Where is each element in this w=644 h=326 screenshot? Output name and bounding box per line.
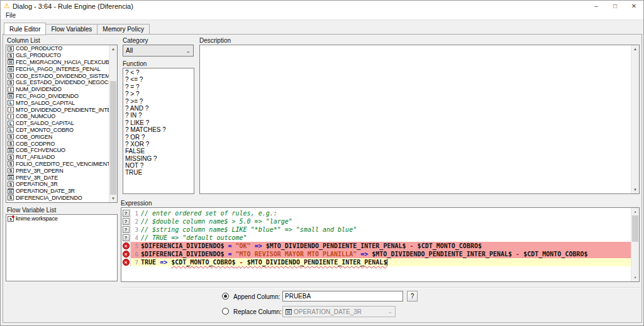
function-list-box[interactable]: ? < ?? <= ?? = ?? > ?? >= ?? AND ?? IN ?… — [123, 68, 194, 194]
column-item[interactable]: INUM_DIVIDENDO — [6, 86, 109, 93]
expression-line[interactable]: ✕7TRUE => $CDT_MONTO_COBRO$ - $MTO_DIVID… — [121, 258, 631, 266]
date-type-icon: 31 — [8, 59, 14, 65]
scroll-thumb[interactable] — [632, 215, 638, 242]
scroll-up-icon[interactable]: ▴ — [631, 208, 639, 215]
scroll-up-icon[interactable]: ▴ — [631, 45, 639, 53]
column-item[interactable]: SGLS_PRODUCTO — [6, 52, 109, 59]
column-item[interactable]: LCDT_SALDO_CAPITAL — [6, 120, 109, 127]
column-item[interactable]: ICOB_NUMCUO — [6, 113, 109, 120]
function-list-rows: ? < ?? <= ?? = ?? > ?? >= ?? AND ?? IN ?… — [123, 69, 194, 177]
column-item[interactable]: LCDT_MONTO_COBRO — [6, 127, 109, 134]
column-item[interactable]: SCOD_ESTADO_DIVIDENDO_SISTEMA — [6, 72, 109, 79]
function-item[interactable]: ? AND ? — [123, 105, 194, 112]
column-name: PREV_3R_DATE — [16, 175, 58, 181]
column-item[interactable]: 31FEC_PAGO_DIVIDENDO — [6, 93, 109, 100]
replace-column-label[interactable]: Replace Column: — [233, 308, 282, 315]
type-icon-I: I — [8, 107, 14, 112]
expression-line[interactable]: ?2// $double column name$ > 5.0 => "larg… — [121, 217, 631, 225]
column-item[interactable]: IMTO_DIVIDENDO_PENDIENTE_INTER_PENAL — [6, 106, 109, 113]
scroll-track[interactable] — [631, 53, 639, 186]
scroll-down-icon[interactable]: ▾ — [631, 274, 639, 281]
column-item[interactable]: 31COB_FCHVENCUO — [6, 147, 109, 154]
tab-memory-policy[interactable]: Memory Policy — [97, 24, 150, 35]
tab-flow-variables[interactable]: Flow Variables — [45, 24, 97, 35]
rule-engine-dialog: ⚠ Dialog - 3:64 - Rule Engine (Diferenci… — [0, 0, 644, 326]
scroll-up-icon[interactable]: ▴ — [109, 45, 117, 53]
rule-text: // TRUE => "default outcome" — [141, 234, 247, 242]
description-scrollbar[interactable]: ▴ ▾ — [631, 45, 639, 193]
rule-help-icon: ? — [123, 210, 130, 217]
column-item[interactable]: 31OPERATION_DATE_3R — [6, 188, 109, 195]
function-item[interactable]: ? >= ? — [123, 98, 194, 105]
column-name: FEC_PAGO_DIVIDENDO — [16, 93, 79, 99]
column-name: OPERATION_3R — [16, 181, 57, 187]
function-item[interactable]: ? > ? — [123, 90, 194, 97]
scroll-track[interactable] — [631, 215, 639, 274]
column-item[interactable]: SRUT_AFILIADO — [6, 154, 109, 161]
tab-bar: Rule EditorFlow VariablesMemory Policy — [4, 23, 150, 35]
type-icon-I: I — [8, 87, 14, 92]
gutter: ✕ — [121, 250, 131, 258]
scroll-thumb[interactable] — [110, 81, 116, 195]
expression-editor[interactable]: ?1// enter ordered set of rules, e.g.:?2… — [121, 207, 640, 282]
column-item[interactable]: SCOB_ORIGEN — [6, 133, 109, 140]
function-item[interactable]: ? XOR ? — [123, 141, 194, 148]
column-item[interactable]: 31FEC_MIGRACION_HACIA_FLEXCUBE — [6, 59, 109, 66]
help-button[interactable]: ? — [407, 291, 418, 302]
column-item[interactable]: SDIFERENCIA_DIVIDENDO — [6, 195, 109, 202]
function-item[interactable]: TRUE — [123, 169, 194, 176]
column-list-box[interactable]: SCOD_PRODUCTOSGLS_PRODUCTO31FEC_MIGRACIO… — [6, 45, 118, 203]
expression-line[interactable]: ?4// TRUE => "default outcome" — [121, 234, 631, 242]
column-item[interactable]: 31PREV_3R_DATE — [6, 174, 109, 181]
maximize-button[interactable]: □ — [606, 1, 625, 11]
column-name: MTO_SALDO_CAPITAL — [16, 100, 75, 106]
type-icon-S: S — [8, 168, 14, 173]
function-item[interactable]: NOT ? — [123, 162, 194, 169]
line-number: 7 — [131, 259, 138, 266]
function-item[interactable]: ? OR ? — [123, 134, 194, 141]
column-item[interactable]: SCOD_PRODUCTO — [6, 45, 109, 52]
flow-variable-list-box[interactable]: sknime.workspace — [6, 214, 118, 281]
flow-variable-item[interactable]: sknime.workspace — [6, 215, 117, 222]
function-item[interactable]: ? LIKE ? — [123, 119, 194, 126]
append-column-input[interactable] — [282, 291, 403, 302]
expression-line[interactable]: ?1// enter ordered set of rules, e.g.: — [121, 209, 631, 217]
close-button[interactable]: ✕ — [625, 1, 643, 11]
expression-scrollbar[interactable]: ▴ ▾ — [631, 208, 639, 281]
scroll-track[interactable] — [109, 53, 117, 195]
menu-file[interactable]: File — [6, 12, 16, 19]
column-list-scrollbar[interactable]: ▴ ▾ — [109, 45, 117, 202]
column-item[interactable]: SOPERATION_3R — [6, 181, 109, 188]
tab-rule-editor[interactable]: Rule Editor — [4, 23, 46, 35]
column-item[interactable]: SGLS_ESTADO_DIVIDENDO_NEGOCIO — [6, 79, 109, 86]
scroll-down-icon[interactable]: ▾ — [109, 195, 117, 202]
line-body: 7TRUE => $CDT_MONTO_COBRO$ - $MTO_DIVIDE… — [131, 258, 631, 266]
append-column-label[interactable]: Append Column: — [233, 293, 280, 300]
type-icon-I: I — [8, 114, 14, 119]
category-select[interactable]: All ⌄ — [123, 45, 194, 57]
chevron-down-icon: ⌄ — [186, 48, 191, 54]
function-item[interactable]: ? <= ? — [123, 76, 194, 83]
function-item[interactable]: ? IN ? — [123, 112, 194, 119]
minimize-button[interactable]: – — [587, 1, 606, 11]
flow-variable-list-label: Flow Variable List — [7, 207, 56, 214]
expression-line[interactable]: ✕6$DIFERENCIA_DIVIDENDO$ = "MTO REVISOR … — [121, 250, 631, 258]
function-item[interactable]: MISSING ? — [123, 155, 194, 162]
column-item[interactable]: 31FECHA_PAGO_INTERES_PENAL — [6, 65, 109, 72]
date-type-icon: 31 — [8, 148, 14, 153]
column-item[interactable]: SPREV_3R_OPERN — [6, 167, 109, 174]
column-item[interactable]: SCOB_CODPRO — [6, 140, 109, 147]
append-column-radio[interactable] — [222, 293, 229, 300]
column-item[interactable]: SFOLIO_CREDITO_FEC_VENCIMIENTO — [6, 161, 109, 168]
expression-line[interactable]: ✕5$DIFERENCIA_DIVIDENDO$ = "OK" => $MTO_… — [121, 242, 631, 250]
title-bar[interactable]: ⚠ Dialog - 3:64 - Rule Engine (Diferenci… — [1, 1, 643, 11]
replace-column-radio[interactable] — [222, 308, 229, 315]
function-item[interactable]: ? < ? — [123, 69, 194, 76]
function-item[interactable]: ? = ? — [123, 84, 194, 90]
function-item[interactable]: FALSE — [123, 148, 194, 155]
scroll-down-icon[interactable]: ▾ — [631, 186, 639, 193]
type-icon-S: S — [8, 155, 14, 160]
column-item[interactable]: LMTO_SALDO_CAPITAL — [6, 99, 109, 106]
function-item[interactable]: ? MATCHES ? — [123, 126, 194, 133]
expression-line[interactable]: ?3// $string column name$ LIKE "*blue*" … — [121, 225, 631, 234]
